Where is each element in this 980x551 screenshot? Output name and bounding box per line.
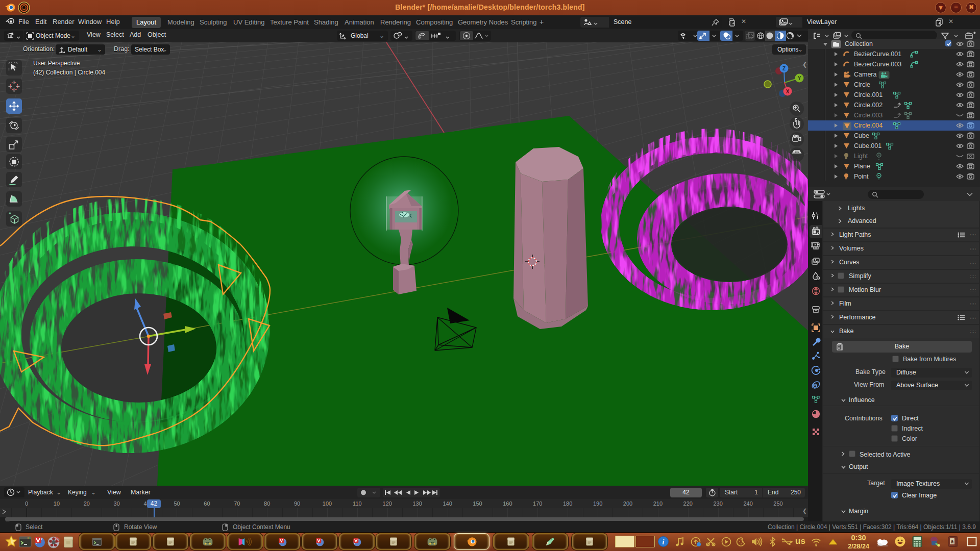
svg-text:Z: Z — [782, 66, 786, 71]
svg-text:i: i — [663, 538, 665, 546]
svg-text:Y: Y — [798, 76, 801, 81]
svg-text:X: X — [786, 89, 790, 94]
svg-text:a: a — [951, 539, 954, 544]
